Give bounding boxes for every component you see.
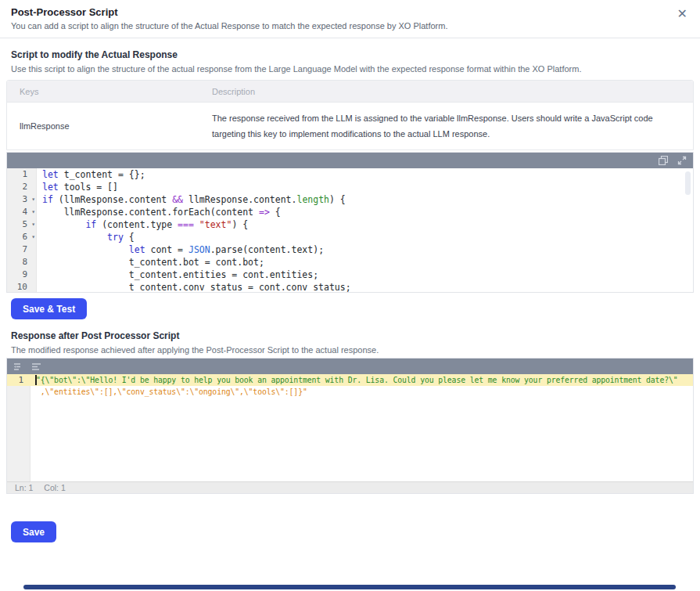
expand-icon[interactable] xyxy=(677,156,687,165)
line-number xyxy=(7,386,31,398)
fold-caret-icon[interactable]: ▾ xyxy=(31,231,35,243)
code-text: let tools = [] xyxy=(37,181,118,193)
code-line[interactable]: 6▾ try { xyxy=(7,231,693,243)
script-section-heading: Script to modify the Actual Response xyxy=(11,49,689,60)
response-text: "{\"bot\":\"Hello! I'd be happy to help … xyxy=(31,374,678,386)
code-text: try { xyxy=(37,231,135,243)
response-section-description: The modified response achieved after app… xyxy=(11,345,689,355)
save-and-test-button[interactable]: Save & Test xyxy=(11,298,87,319)
fold-caret-icon[interactable]: ▾ xyxy=(31,206,35,218)
code-line[interactable]: 3▾if (llmResponse.content && llmResponse… xyxy=(7,193,693,206)
horizontal-scrollbar[interactable] xyxy=(23,585,676,589)
code-line[interactable]: 7 let cont = JSON.parse(content.text); xyxy=(7,243,693,256)
fold-caret-icon[interactable]: ▾ xyxy=(31,218,35,231)
code-line[interactable]: 2let tools = [] xyxy=(7,181,693,193)
line-number: 6▾ xyxy=(7,231,37,243)
response-editor-toolbar xyxy=(7,359,693,374)
code-line[interactable]: 5▾ if (content.type === "text") { xyxy=(7,218,693,231)
keys-table-header: Keys Description xyxy=(7,81,693,103)
code-text: t_content.bot = cont.bot; xyxy=(37,256,264,268)
response-section-heading: Response after Post Processor Script xyxy=(11,330,689,341)
response-line[interactable]: 1"{\"bot\":\"Hello! I'd be happy to help… xyxy=(7,374,693,386)
code-line[interactable]: 4▾ llmResponse.content.forEach(content =… xyxy=(7,206,693,218)
code-line[interactable]: 10 t_content.conv_status = cont.conv_sta… xyxy=(7,281,693,292)
keys-table: Keys Description llmResponse The respons… xyxy=(6,80,694,150)
code-text: if (llmResponse.content && llmResponse.c… xyxy=(37,193,346,206)
column-indicator: Col: 1 xyxy=(44,483,65,492)
line-indicator: Ln: 1 xyxy=(15,483,33,492)
line-number: 4▾ xyxy=(7,206,37,218)
response-section-header: Response after Post Processor Script The… xyxy=(0,319,700,355)
code-line[interactable]: 1let t_content = {}; xyxy=(7,168,693,181)
code-text: t_content.conv_status = cont.conv_status… xyxy=(37,281,351,292)
script-code-editor[interactable]: 1let t_content = {};2let tools = []3▾if … xyxy=(6,152,694,293)
fold-caret-icon[interactable]: ▾ xyxy=(31,193,35,206)
dialog-header: Post-Processor Script You can add a scri… xyxy=(0,0,700,38)
close-icon[interactable]: ✕ xyxy=(677,8,687,20)
text-cursor xyxy=(35,375,37,385)
code-text: let cont = JSON.parse(content.text); xyxy=(37,243,324,256)
response-editor[interactable]: 1"{\"bot\":\"Hello! I'd be happy to help… xyxy=(6,358,694,494)
format-code-icon[interactable] xyxy=(13,362,23,371)
key-description: The response received from the LLM is as… xyxy=(212,103,693,150)
line-number: 2 xyxy=(7,181,37,193)
script-section-description: Use this script to align the structure o… xyxy=(11,64,689,74)
line-number: 9 xyxy=(7,268,37,281)
response-text: ,\"entities\":[],\"conv_status\":\"ongoi… xyxy=(31,386,307,398)
column-header-keys: Keys xyxy=(7,87,212,96)
script-editor-toolbar xyxy=(7,153,693,168)
line-number: 1 xyxy=(7,374,31,386)
response-editor-code-area[interactable]: 1"{\"bot\":\"Hello! I'd be happy to help… xyxy=(7,374,693,481)
editor-scrollbar[interactable] xyxy=(685,171,691,195)
script-editor-code-area[interactable]: 1let t_content = {};2let tools = []3▾if … xyxy=(7,168,693,292)
code-line[interactable]: 9 t_content.entities = cont.entities; xyxy=(7,268,693,281)
save-button[interactable]: Save xyxy=(11,521,56,542)
dialog-title: Post-Processor Script xyxy=(11,6,689,18)
code-text: let t_content = {}; xyxy=(37,168,145,181)
line-number: 5▾ xyxy=(7,218,37,231)
response-line[interactable]: ,\"entities\":[],\"conv_status\":\"ongoi… xyxy=(7,386,693,398)
line-number: 7 xyxy=(7,243,37,256)
line-number: 10 xyxy=(7,281,37,292)
line-number: 8 xyxy=(7,256,37,268)
code-text: if (content.type === "text") { xyxy=(37,218,248,231)
copy-icon[interactable] xyxy=(659,156,668,165)
line-number: 3▾ xyxy=(7,193,37,206)
table-row: llmResponse The response received from t… xyxy=(7,103,693,150)
line-number: 1 xyxy=(7,168,37,181)
align-lines-icon[interactable] xyxy=(31,362,41,371)
key-name: llmResponse xyxy=(7,121,212,131)
editor-status-bar: Ln: 1 Col: 1 xyxy=(7,481,693,493)
code-text: llmResponse.content.forEach(content => { xyxy=(37,206,281,218)
script-section-header: Script to modify the Actual Response Use… xyxy=(0,38,700,74)
dialog-subtitle: You can add a script to align the struct… xyxy=(11,21,689,31)
code-text: t_content.entities = cont.entities; xyxy=(37,268,318,281)
code-line[interactable]: 8 t_content.bot = cont.bot; xyxy=(7,256,693,268)
